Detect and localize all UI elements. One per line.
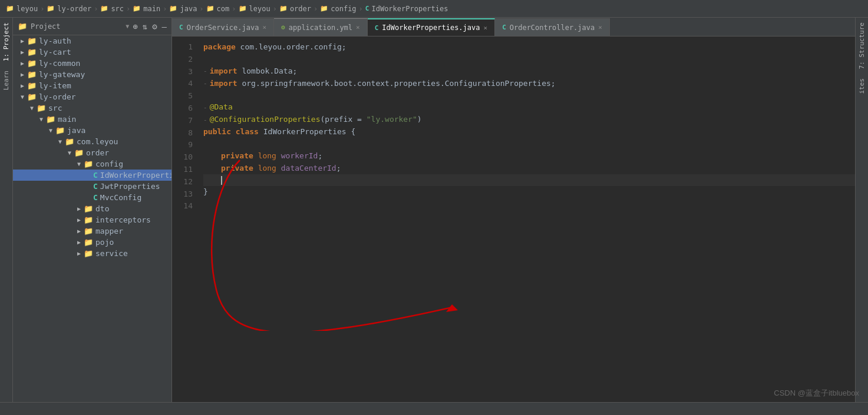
breadcrumb-item: src <box>111 5 124 13</box>
tab-close-ordercontroller[interactable]: × <box>598 24 602 31</box>
java-icon: C <box>375 24 379 32</box>
folder-icon: 📁 <box>84 204 93 213</box>
tree-item-ly-item[interactable]: ▶ 📁 ly-item <box>13 80 171 91</box>
folder-icon: 📁 <box>27 59 37 68</box>
class-icon: C <box>365 5 369 12</box>
tab-close-idworkerproperties[interactable]: × <box>484 24 488 32</box>
tree-item-label: JwtProperties <box>100 182 160 191</box>
expand-arrow: ▶ <box>74 228 84 234</box>
breadcrumb-item: main <box>143 5 160 13</box>
minimize-icon[interactable]: — <box>162 22 167 31</box>
java-icon: C <box>502 24 506 31</box>
class-icon: C <box>93 182 98 191</box>
tree-item-mapper[interactable]: ▶ 📁 mapper <box>13 225 171 237</box>
watermark: CSDN @蓝盒子itbluebox <box>774 388 859 399</box>
java-icon: C <box>179 24 183 31</box>
tree-item-MvcConfig[interactable]: C MvcConfig <box>13 192 171 203</box>
folder-icon: 📁 <box>84 215 93 224</box>
tree-item-JwtProperties[interactable]: C JwtProperties <box>13 181 171 192</box>
class-icon: C <box>93 193 98 202</box>
editor-area: C OrderService.java × ⚙ application.yml … <box>172 18 855 402</box>
code-line-1: package com.leyou.order.config; <box>203 41 855 54</box>
title-bar: 📁 leyou › 📁 ly-order › 📁 src › 📁 main › … <box>0 0 868 18</box>
folder-icon: 📁 <box>27 48 37 57</box>
tree-item-ly-common[interactable]: ▶ 📁 ly-common <box>13 58 171 69</box>
project-folder-icon: 📁 <box>18 22 27 31</box>
expand-arrow: ▶ <box>18 38 27 44</box>
breadcrumb-item: IdWorkerProperties <box>371 5 448 13</box>
sidebar-tab-project[interactable]: 1: Project <box>1 18 12 66</box>
tree-item-label: IdWorkerProperties <box>100 171 171 180</box>
folder-icon: 📁 <box>133 5 141 12</box>
right-sidebar-tabs: 7: Structure ites <box>855 18 868 402</box>
tree-item-label: interceptors <box>95 215 151 224</box>
tab-close-applicationyml[interactable]: × <box>356 24 360 31</box>
folder-icon: 📁 <box>239 5 247 12</box>
folder-icon: 📁 <box>320 5 328 12</box>
tree-item-java[interactable]: ▼ 📁 java <box>13 125 171 136</box>
class-icon: C <box>93 171 98 180</box>
breadcrumb-item: ly-order <box>57 5 91 13</box>
tree-item-src[interactable]: ▼ 📁 src <box>13 102 171 114</box>
tree-item-label: ly-order <box>39 92 76 101</box>
tree-item-com-leyou[interactable]: ▼ 📁 com.leyou <box>13 136 171 147</box>
tree-item-ly-order[interactable]: ▼ 📁 ly-order <box>13 91 171 102</box>
settings-icon[interactable]: ⚙ <box>152 22 157 31</box>
tab-ordercontroller[interactable]: C OrderController.java × <box>495 18 610 36</box>
tree-item-interceptors[interactable]: ▶ 📁 interceptors <box>13 214 171 225</box>
tree-item-label: src <box>48 104 62 112</box>
collapse-icon[interactable]: ⇅ <box>143 22 147 31</box>
expand-arrow: ▼ <box>18 94 27 100</box>
expand-arrow: ▶ <box>18 82 27 89</box>
folder-icon: 📁 <box>74 148 84 157</box>
code-line-7: -@ConfigurationProperties(prefix = "ly.w… <box>203 114 855 126</box>
expand-arrow: ▶ <box>74 217 84 223</box>
code-line-11: private long dataCenterId; <box>203 162 855 175</box>
tree-item-label: main <box>58 115 76 124</box>
expand-arrow: ▶ <box>74 239 84 245</box>
tree-item-label: order <box>86 148 109 157</box>
folder-icon: 📁 <box>84 160 93 168</box>
folder-icon: 📁 <box>279 5 288 12</box>
code-editor[interactable]: 1 2 3 4 5 6 7 8 9 10 11 12 13 14 <box>172 36 855 402</box>
tree-item-main[interactable]: ▼ 📁 main <box>13 114 171 125</box>
code-line-12 <box>203 174 855 186</box>
tab-orderservice[interactable]: C OrderService.java × <box>172 18 274 36</box>
tree-item-ly-cart[interactable]: ▶ 📁 ly-cart <box>13 47 171 58</box>
yml-icon: ⚙ <box>281 24 285 31</box>
breadcrumb-item: java <box>180 5 197 13</box>
tree-item-order[interactable]: ▼ 📁 order <box>13 147 171 158</box>
folder-icon: 📁 <box>84 238 93 247</box>
tree-item-IdWorkerProperties[interactable]: C IdWorkerProperties <box>13 170 171 181</box>
tree-item-ly-gateway[interactable]: ▶ 📁 ly-gateway <box>13 69 171 80</box>
expand-arrow: ▶ <box>74 250 84 257</box>
tree-item-service[interactable]: ▶ 📁 service <box>13 248 171 259</box>
sidebar-tab-ites[interactable]: ites <box>856 74 867 99</box>
sidebar-tab-learn[interactable]: Learn <box>1 66 12 95</box>
expand-arrow: ▼ <box>74 161 84 167</box>
tab-idworkerproperties[interactable]: C IdWorkerProperties.java × <box>368 18 495 36</box>
tree-item-dto[interactable]: ▶ 📁 dto <box>13 203 171 214</box>
tree-item-config[interactable]: ▼ 📁 config <box>13 158 171 170</box>
locate-icon[interactable]: ⊕ <box>133 22 137 31</box>
project-title: Project <box>31 22 122 31</box>
tab-close-orderservice[interactable]: × <box>262 24 266 31</box>
tree-item-pojo[interactable]: ▶ 📁 pojo <box>13 237 171 248</box>
code-line-6: -@Data <box>203 101 855 114</box>
tree-item-label: config <box>95 160 123 168</box>
expand-arrow: ▶ <box>18 49 27 55</box>
tree-item-label: pojo <box>95 238 114 247</box>
tab-label: IdWorkerProperties.java <box>382 24 480 32</box>
code-line-14 <box>203 198 855 210</box>
code-line-13: } <box>203 186 855 198</box>
tree-item-ly-auth[interactable]: ▶ 📁 ly-auth <box>13 35 171 47</box>
code-content[interactable]: package com.leyou.order.config; -import … <box>199 36 855 402</box>
tab-applicationyml[interactable]: ⚙ application.yml × <box>274 18 368 36</box>
tree-item-label: MvcConfig <box>100 193 141 202</box>
tree-item-label: ly-cart <box>39 48 71 57</box>
project-dropdown-icon: ▼ <box>126 23 129 29</box>
folder-icon: 📁 <box>100 5 108 12</box>
sidebar-tab-structure[interactable]: 7: Structure <box>856 18 867 74</box>
expand-arrow: ▼ <box>55 138 65 145</box>
breadcrumb-item: config <box>331 5 356 13</box>
